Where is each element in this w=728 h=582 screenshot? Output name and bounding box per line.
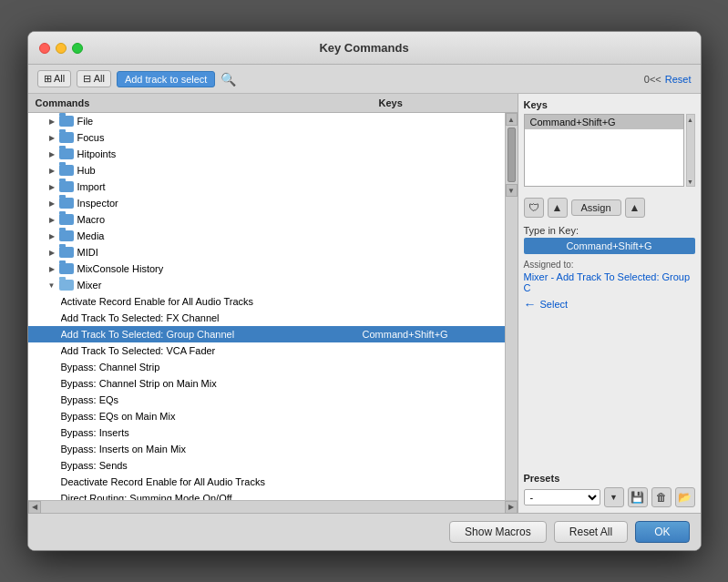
close-button[interactable]: [39, 43, 50, 54]
tree-item-activate-record[interactable]: Activate Record Enable for All Audio Tra…: [28, 293, 505, 310]
item-label: MIDI: [77, 247, 355, 258]
arrow-up-icon-btn[interactable]: ▲: [548, 198, 568, 218]
traffic-lights: [39, 43, 83, 54]
action-row: 🛡 ▲ Assign ▲: [524, 198, 695, 218]
item-label: Add Track To Selected: VCA Fader: [61, 345, 355, 356]
arrow-icon: ▼: [46, 280, 57, 291]
tree-item-bypass-inserts[interactable]: Bypass: Inserts: [28, 424, 505, 441]
tree-item-bypass-sends[interactable]: Bypass: Sends: [28, 457, 505, 474]
tree-item-file[interactable]: ▶ File: [28, 113, 505, 129]
minimize-button[interactable]: [56, 43, 67, 54]
tree-item-direct-routing[interactable]: Direct Routing: Summing Mode On/Off: [28, 490, 505, 500]
item-label: Add Track To Selected: Group Channel: [61, 329, 355, 340]
tree-item-deactivate-record[interactable]: Deactivate Record Enable for All Audio T…: [28, 474, 505, 490]
keys-scroll-down[interactable]: ▼: [687, 177, 694, 186]
tree-item-mixconsole-history[interactable]: ▶ MixConsole History: [28, 260, 505, 277]
item-label: MixConsole History: [77, 263, 355, 274]
keys-scroll-up[interactable]: ▲: [687, 115, 694, 124]
presets-label: Presets: [524, 473, 695, 484]
maximize-button[interactable]: [72, 43, 83, 54]
keys-list-item[interactable]: Command+Shift+G: [525, 115, 683, 129]
preset-select[interactable]: -: [524, 489, 600, 505]
search-icon-button[interactable]: 🔍: [220, 72, 236, 87]
horizontal-scrollbar[interactable]: ◀ ▶: [28, 500, 518, 513]
item-label: Deactivate Record Enable for All Audio T…: [61, 476, 355, 487]
item-label: Direct Routing: Summing Mode On/Off: [61, 493, 355, 500]
folder-icon: [59, 263, 74, 274]
show-macros-button[interactable]: Show Macros: [449, 521, 547, 543]
item-label: Hitpoints: [77, 148, 355, 159]
tree-item-media[interactable]: ▶ Media: [28, 228, 505, 244]
tree-item-bypass-eqs-main[interactable]: Bypass: EQs on Main Mix: [28, 408, 505, 424]
tree-item-import[interactable]: ▶ Import: [28, 179, 505, 195]
reset-area: 0<< Reset: [644, 74, 692, 85]
scroll-down-arrow[interactable]: ▼: [506, 184, 518, 197]
tree-item-macro[interactable]: ▶ Macro: [28, 211, 505, 228]
arrow-icon: ▶: [46, 263, 57, 274]
tree-container[interactable]: ▶ File ▶ Focus ▶: [28, 113, 505, 500]
item-label: Bypass: Inserts on Main Mix: [61, 444, 355, 454]
horiz-scroll-track[interactable]: [41, 501, 505, 513]
shield-icon-btn[interactable]: 🛡: [524, 198, 544, 218]
tree-item-add-group-channel[interactable]: Add Track To Selected: Group Channel Com…: [28, 326, 505, 342]
item-keys: Command+Shift+G: [355, 329, 501, 340]
scroll-left-arrow[interactable]: ◀: [28, 501, 41, 514]
presets-row: - ▼ 💾 🗑 📂: [524, 487, 695, 507]
tree-item-focus[interactable]: ▶ Focus: [28, 129, 505, 146]
key-input-display[interactable]: Command+Shift+G: [524, 238, 695, 254]
folder-icon: [59, 148, 74, 159]
item-label: Bypass: EQs: [61, 394, 355, 405]
item-label: Macro: [77, 214, 355, 225]
folder-icon: [59, 165, 74, 176]
tree-item-hitpoints[interactable]: ▶ Hitpoints: [28, 146, 505, 162]
reset-link[interactable]: Reset: [665, 74, 692, 85]
arrow-up2-icon-btn[interactable]: ▲: [625, 198, 645, 218]
keys-scrollbar[interactable]: ▲ ▼: [686, 114, 695, 187]
import-preset-icon[interactable]: 📂: [675, 487, 695, 507]
arrow-icon: ▶: [46, 230, 57, 241]
presets-section: Presets - ▼ 💾 🗑 📂: [524, 473, 695, 507]
item-label: Import: [77, 181, 355, 192]
item-label: Bypass: Channel Strip: [61, 362, 355, 373]
assign-button[interactable]: Assign: [571, 199, 621, 216]
tree-item-bypass-cs-main[interactable]: Bypass: Channel Strip on Main Mix: [28, 375, 505, 392]
tree-item-bypass-channel-strip[interactable]: Bypass: Channel Strip: [28, 359, 505, 375]
keys-list: Command+Shift+G: [524, 114, 684, 187]
item-label: Bypass: Channel Strip on Main Mix: [61, 378, 355, 389]
folder-icon: [59, 181, 74, 192]
column-headers: Commands Keys: [28, 94, 518, 113]
scroll-right-arrow[interactable]: ▶: [505, 501, 518, 514]
tree-item-inspector[interactable]: ▶ Inspector: [28, 195, 505, 211]
search-highlight-button[interactable]: Add track to select: [117, 71, 216, 87]
arrow-icon: ▶: [46, 116, 57, 127]
tree-item-add-vca-fader[interactable]: Add Track To Selected: VCA Fader: [28, 342, 505, 359]
reset-all-button[interactable]: Reset All: [554, 521, 628, 543]
item-label: Bypass: EQs on Main Mix: [61, 411, 355, 422]
folder-icon-open: [59, 280, 74, 291]
delete-preset-icon[interactable]: 🗑: [651, 487, 672, 507]
vertical-scrollbar[interactable]: ▲ ▼: [505, 113, 518, 500]
bottom-bar: Show Macros Reset All OK: [28, 513, 701, 550]
save-preset-icon[interactable]: 💾: [628, 487, 648, 507]
tree-item-bypass-eqs[interactable]: Bypass: EQs: [28, 392, 505, 408]
tree-item-mixer[interactable]: ▼ Mixer: [28, 277, 505, 293]
tree-item-hub[interactable]: ▶ Hub: [28, 162, 505, 179]
scroll-up-arrow[interactable]: ▲: [506, 113, 518, 126]
arrow-icon: ▶: [46, 181, 57, 192]
preset-dropdown-icon[interactable]: ▼: [604, 487, 624, 507]
back-arrow-icon[interactable]: ←: [524, 297, 537, 311]
expand-all-button[interactable]: ⊞ All: [37, 70, 72, 87]
right-panel: Keys Command+Shift+G ▲ ▼ 🛡 ▲ Assign: [518, 94, 701, 513]
reset-count: 0<<: [644, 74, 661, 85]
ok-button[interactable]: OK: [635, 521, 689, 543]
tree-item-midi[interactable]: ▶ MIDI: [28, 244, 505, 260]
scroll-thumb[interactable]: [508, 128, 516, 182]
tree-item-add-fx-channel[interactable]: Add Track To Selected: FX Channel: [28, 310, 505, 326]
tree-item-bypass-inserts-main[interactable]: Bypass: Inserts on Main Mix: [28, 441, 505, 457]
keys-column-header: Keys: [372, 94, 518, 112]
keys-section-label: Keys: [524, 99, 695, 110]
collapse-all-button[interactable]: ⊟ All: [77, 70, 111, 87]
key-commands-window: Key Commands ⊞ All ⊟ All Add track to se…: [27, 31, 702, 551]
item-label: Media: [77, 230, 355, 241]
select-link[interactable]: Select: [540, 299, 569, 310]
